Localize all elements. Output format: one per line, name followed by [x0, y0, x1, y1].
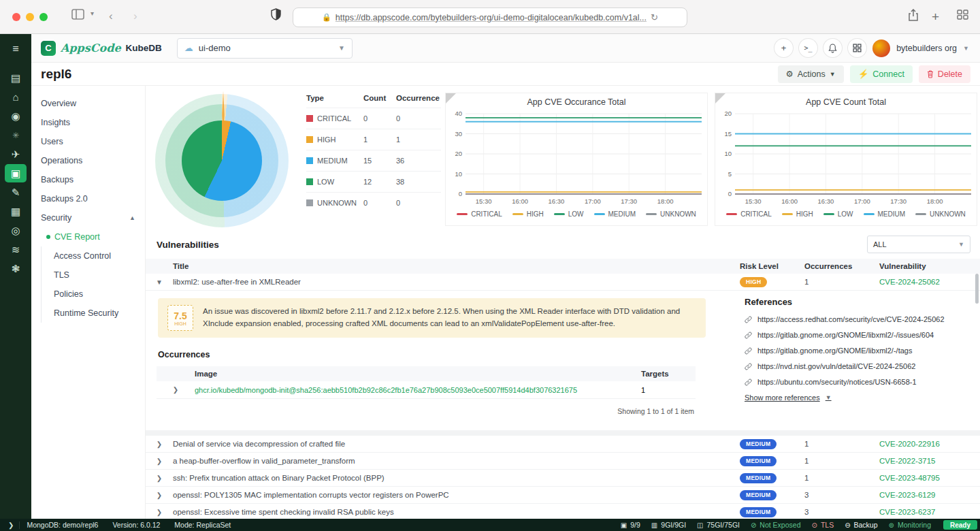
occurrence-image-row[interactable]: ❯ ghcr.io/kubedb/mongodb-init@sha256:aeb… [157, 381, 696, 399]
vulnerability-row-expanded[interactable]: ▼ libxml2: use-after-free in XMLReader H… [146, 274, 980, 291]
severity-swatch-icon [306, 157, 313, 164]
apps-grid-button[interactable] [848, 39, 866, 57]
chevron-down-icon[interactable]: ▾ [91, 10, 94, 17]
new-tab-button[interactable]: + [932, 10, 939, 25]
severity-occurrence: 0 [396, 114, 441, 123]
cluster-selector[interactable]: ☁ ui-demo ▼ [177, 38, 353, 59]
delete-button[interactable]: Delete [919, 65, 970, 83]
cve-link[interactable]: CVE-2024-25062 [879, 278, 980, 286]
severity-filter-select[interactable]: ALL ▼ [867, 236, 970, 253]
vulnerability-row[interactable]: ❯ssh: Prefix truncation attack on Binary… [146, 470, 980, 487]
chevron-right-icon[interactable]: ❯ [146, 457, 173, 465]
chevron-right-icon[interactable]: ❯ [157, 386, 195, 393]
sidebar-item-insights[interactable]: Insights [31, 113, 145, 132]
menu-icon[interactable]: ≡ [5, 39, 27, 58]
back-button[interactable]: ‹ [109, 10, 113, 23]
reference-link[interactable]: https://access.redhat.com/security/cve/C… [745, 315, 979, 323]
notifications-button[interactable] [823, 39, 842, 57]
shield-icon[interactable] [271, 8, 281, 20]
target-icon[interactable]: ◎ [5, 221, 27, 240]
sidebar-item-operations[interactable]: Operations [31, 151, 145, 170]
reference-link[interactable]: https://ubuntu.com/security/notices/USN-… [745, 378, 979, 386]
vulnerability-row[interactable]: ❯Denial of service via decompression of … [146, 436, 980, 453]
occurrence-count: 1 [804, 278, 879, 286]
tab-overview-icon[interactable] [957, 10, 968, 20]
statusbar-expand-icon[interactable]: ❯ [0, 521, 20, 529]
rocket-icon[interactable]: ✈ [5, 145, 27, 163]
brand[interactable]: C AppsCode KubeDB [31, 41, 177, 56]
cve-link[interactable]: CVE-2020-22916 [879, 440, 980, 448]
chevron-right-icon[interactable]: ❯ [146, 474, 173, 482]
actions-button[interactable]: ⚙ Actions ▼ [778, 65, 844, 83]
chevron-right-icon[interactable]: ❯ [146, 509, 173, 516]
create-button[interactable]: + [774, 39, 793, 57]
database-edit-icon[interactable]: ✎ [5, 183, 27, 202]
address-bar[interactable]: 🔒 https://db.appscode.com/bytebuilders-o… [293, 7, 687, 27]
databases-icon[interactable]: ▤ [5, 69, 27, 87]
chevron-right-icon[interactable]: ❯ [146, 492, 173, 499]
connect-button[interactable]: ⚡ Connect [850, 65, 913, 83]
sidebar-item-cve-report[interactable]: CVE Report [41, 227, 145, 246]
reference-url[interactable]: https://gitlab.gnome.org/GNOME/libxml2/-… [757, 331, 934, 339]
link-icon [745, 379, 752, 386]
show-more-references-link[interactable]: Show more references ▼ [745, 393, 979, 402]
database-icon[interactable]: ▣ [5, 164, 27, 182]
sidebar-item-users[interactable]: Users [31, 132, 145, 151]
cve-link[interactable]: CVE-2023-6129 [879, 491, 980, 499]
reference-link[interactable]: https://gitlab.gnome.org/GNOME/libxml2/-… [745, 347, 979, 355]
sidebar-item-overview[interactable]: Overview [31, 94, 145, 113]
chevron-right-icon[interactable]: ❯ [146, 440, 173, 448]
sidebar-item-policies[interactable]: Policies [41, 285, 145, 304]
terminal-button[interactable]: >_ [799, 39, 817, 57]
legend-item-critical: CRITICAL [726, 210, 772, 218]
sidebar-item-access-control[interactable]: Access Control [41, 246, 145, 266]
account-name[interactable]: bytebuilders org [896, 44, 957, 53]
reference-link[interactable]: https://gitlab.gnome.org/GNOME/libxml2/-… [745, 331, 979, 339]
layers-icon[interactable]: ≋ [5, 240, 27, 259]
sidebar-item-runtime-security[interactable]: Runtime Security [41, 304, 145, 323]
plugins-icon[interactable]: ❃ [5, 259, 27, 278]
count-chart-card: App CVE Count Total 0510152015:3016:0016… [715, 93, 977, 226]
sidebar-item-backups-2-0[interactable]: Backups 2.0 [31, 189, 145, 208]
scrollbar-thumb[interactable] [975, 274, 979, 304]
reference-link[interactable]: https://nvd.nist.gov/vuln/detail/CVE-202… [745, 362, 979, 370]
cluster-icon[interactable]: ◉ [5, 107, 27, 125]
reference-url[interactable]: https://access.redhat.com/security/cve/C… [757, 315, 945, 323]
chevron-down-icon[interactable]: ▼ [146, 278, 173, 286]
vulnerability-row[interactable]: ❯openssl: Excessive time spent checking … [146, 504, 980, 519]
ready-badge: Ready [943, 520, 977, 530]
sidebar-item-label: Runtime Security [54, 308, 118, 318]
vulnerability-row[interactable]: ❯openssl: POLY1305 MAC implementation co… [146, 487, 980, 504]
minimize-window-button[interactable] [26, 13, 34, 21]
status-text: Not Exposed [760, 521, 800, 529]
kubernetes-icon[interactable]: ✳ [5, 126, 27, 144]
close-window-button[interactable] [12, 13, 20, 21]
page-title: repl6 [31, 67, 71, 82]
reference-url[interactable]: https://nvd.nist.gov/vuln/detail/CVE-202… [757, 362, 915, 370]
vulnerability-row[interactable]: ❯a heap-buffer-overflow in valid_paramet… [146, 453, 980, 470]
image-link[interactable]: ghcr.io/kubedb/mongodb-init@sha256:aebb5… [195, 386, 641, 394]
reference-url[interactable]: https://gitlab.gnome.org/GNOME/libxml2/-… [757, 347, 912, 355]
severity-row-medium: MEDIUM1536 [306, 150, 441, 171]
sidebar-item-backups[interactable]: Backups [31, 170, 145, 189]
sidebar-item-security[interactable]: Security▲ [31, 208, 145, 227]
forward-button[interactable]: › [133, 10, 137, 23]
legend-swatch-icon [646, 213, 657, 215]
reference-url[interactable]: https://ubuntu.com/security/notices/USN-… [757, 378, 917, 386]
share-icon[interactable] [908, 9, 919, 21]
cluster-selector-value: ui-demo [199, 43, 231, 53]
legend-item-unknown: UNKNOWN [646, 210, 696, 218]
window-controls[interactable] [12, 13, 48, 21]
cve-link[interactable]: CVE-2023-48795 [879, 474, 980, 482]
maximize-window-button[interactable] [39, 13, 48, 21]
reload-icon[interactable]: ↻ [651, 12, 658, 22]
browser-sidebar-icon[interactable] [71, 9, 84, 20]
avatar[interactable] [872, 39, 890, 57]
cve-link[interactable]: CVE-2023-6237 [879, 508, 980, 516]
apps-icon[interactable]: ▦ [5, 202, 27, 221]
home-icon[interactable]: ⌂ [5, 88, 27, 106]
status-database: MongoDB: demo/repl6 [27, 521, 98, 529]
cve-link[interactable]: CVE-2022-3715 [879, 457, 980, 465]
sidebar-item-tls[interactable]: TLS [41, 266, 145, 285]
brand-product: KubeDB [126, 43, 162, 53]
